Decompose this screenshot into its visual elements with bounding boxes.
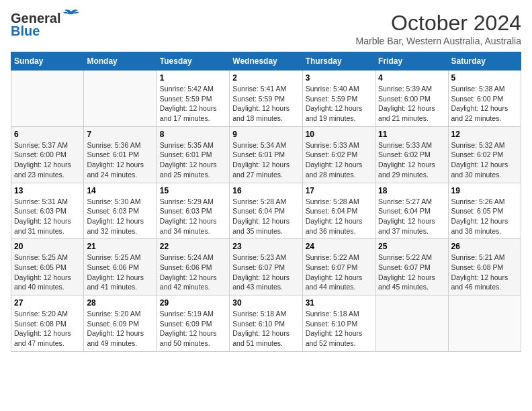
calendar-cell: 27Sunrise: 5:20 AM Sunset: 6:08 PM Dayli…: [11, 295, 84, 352]
day-info: Sunrise: 5:18 AM Sunset: 6:10 PM Dayligh…: [232, 309, 299, 349]
calendar-cell: 17Sunrise: 5:28 AM Sunset: 6:04 PM Dayli…: [302, 183, 375, 239]
day-number: 25: [378, 242, 445, 251]
day-number: 5: [451, 73, 518, 83]
calendar-cell: 31Sunrise: 5:18 AM Sunset: 6:10 PM Dayli…: [302, 295, 375, 352]
day-info: Sunrise: 5:35 AM Sunset: 6:01 PM Dayligh…: [160, 140, 226, 180]
day-info: Sunrise: 5:34 AM Sunset: 6:01 PM Dayligh…: [232, 140, 299, 180]
day-number: 21: [87, 242, 153, 251]
day-number: 19: [451, 186, 518, 195]
day-number: 1: [160, 73, 226, 83]
calendar-cell: [375, 295, 448, 352]
header-day-saturday: Saturday: [448, 52, 521, 71]
day-number: 27: [14, 298, 81, 308]
calendar-cell: [84, 71, 157, 127]
calendar-cell: 11Sunrise: 5:33 AM Sunset: 6:02 PM Dayli…: [375, 126, 448, 183]
week-row-1: 1Sunrise: 5:42 AM Sunset: 5:59 PM Daylig…: [11, 71, 521, 127]
day-info: Sunrise: 5:26 AM Sunset: 6:05 PM Dayligh…: [451, 197, 518, 236]
calendar-cell: 8Sunrise: 5:35 AM Sunset: 6:01 PM Daylig…: [157, 126, 229, 183]
calendar-cell: 22Sunrise: 5:24 AM Sunset: 6:06 PM Dayli…: [157, 239, 229, 295]
logo-blue: Blue: [11, 24, 40, 39]
calendar-cell: [448, 295, 521, 352]
calendar-cell: 7Sunrise: 5:36 AM Sunset: 6:01 PM Daylig…: [84, 126, 157, 183]
location-title: Marble Bar, Western Australia, Australia: [356, 36, 521, 46]
calendar-cell: 14Sunrise: 5:30 AM Sunset: 6:03 PM Dayli…: [84, 183, 157, 239]
day-number: 17: [306, 186, 372, 195]
day-info: Sunrise: 5:29 AM Sunset: 6:03 PM Dayligh…: [160, 197, 226, 236]
day-info: Sunrise: 5:40 AM Sunset: 5:59 PM Dayligh…: [306, 84, 372, 124]
calendar-header: SundayMondayTuesdayWednesdayThursdayFrid…: [11, 52, 521, 71]
calendar-cell: 3Sunrise: 5:40 AM Sunset: 5:59 PM Daylig…: [302, 71, 375, 127]
day-number: 28: [87, 298, 153, 308]
header-day-monday: Monday: [84, 52, 157, 71]
calendar-cell: [11, 71, 84, 127]
calendar-cell: 5Sunrise: 5:38 AM Sunset: 6:00 PM Daylig…: [448, 71, 521, 127]
day-number: 31: [306, 298, 372, 308]
calendar-cell: 23Sunrise: 5:23 AM Sunset: 6:07 PM Dayli…: [230, 239, 302, 295]
day-number: 14: [87, 186, 153, 195]
day-number: 24: [306, 242, 372, 251]
day-number: 23: [232, 242, 299, 251]
logo: General Blue: [11, 11, 81, 39]
day-info: Sunrise: 5:20 AM Sunset: 6:09 PM Dayligh…: [87, 309, 153, 349]
week-row-2: 6Sunrise: 5:37 AM Sunset: 6:00 PM Daylig…: [11, 126, 521, 183]
header-day-wednesday: Wednesday: [230, 52, 302, 71]
header-day-thursday: Thursday: [302, 52, 375, 71]
calendar-cell: 30Sunrise: 5:18 AM Sunset: 6:10 PM Dayli…: [230, 295, 302, 352]
calendar-cell: 20Sunrise: 5:25 AM Sunset: 6:05 PM Dayli…: [11, 239, 84, 295]
calendar-cell: 28Sunrise: 5:20 AM Sunset: 6:09 PM Dayli…: [84, 295, 157, 352]
day-number: 11: [378, 130, 445, 139]
day-info: Sunrise: 5:21 AM Sunset: 6:08 PM Dayligh…: [451, 253, 518, 292]
calendar-cell: 2Sunrise: 5:41 AM Sunset: 5:59 PM Daylig…: [230, 71, 302, 127]
day-info: Sunrise: 5:25 AM Sunset: 6:06 PM Dayligh…: [87, 253, 153, 292]
calendar-cell: 9Sunrise: 5:34 AM Sunset: 6:01 PM Daylig…: [230, 126, 302, 183]
day-number: 29: [160, 298, 226, 308]
header-row: SundayMondayTuesdayWednesdayThursdayFrid…: [11, 52, 521, 71]
calendar-cell: 19Sunrise: 5:26 AM Sunset: 6:05 PM Dayli…: [448, 183, 521, 239]
day-number: 22: [160, 242, 226, 251]
calendar-cell: 26Sunrise: 5:21 AM Sunset: 6:08 PM Dayli…: [448, 239, 521, 295]
header-day-tuesday: Tuesday: [157, 52, 229, 71]
day-info: Sunrise: 5:32 AM Sunset: 6:02 PM Dayligh…: [451, 140, 518, 180]
day-info: Sunrise: 5:37 AM Sunset: 6:00 PM Dayligh…: [14, 140, 81, 180]
day-info: Sunrise: 5:23 AM Sunset: 6:07 PM Dayligh…: [232, 253, 299, 292]
day-info: Sunrise: 5:41 AM Sunset: 5:59 PM Dayligh…: [232, 84, 299, 124]
week-row-3: 13Sunrise: 5:31 AM Sunset: 6:03 PM Dayli…: [11, 183, 521, 239]
calendar-cell: 18Sunrise: 5:27 AM Sunset: 6:04 PM Dayli…: [375, 183, 448, 239]
day-number: 15: [160, 186, 226, 195]
day-info: Sunrise: 5:27 AM Sunset: 6:04 PM Dayligh…: [378, 197, 445, 236]
calendar-cell: 29Sunrise: 5:19 AM Sunset: 6:09 PM Dayli…: [157, 295, 229, 352]
calendar-cell: 21Sunrise: 5:25 AM Sunset: 6:06 PM Dayli…: [84, 239, 157, 295]
day-number: 7: [87, 130, 153, 139]
title-block: October 2024 Marble Bar, Western Austral…: [356, 11, 521, 46]
day-number: 9: [232, 130, 299, 139]
calendar-table: SundayMondayTuesdayWednesdayThursdayFrid…: [11, 52, 521, 352]
day-info: Sunrise: 5:30 AM Sunset: 6:03 PM Dayligh…: [87, 197, 153, 236]
calendar-cell: 1Sunrise: 5:42 AM Sunset: 5:59 PM Daylig…: [157, 71, 229, 127]
calendar-cell: 13Sunrise: 5:31 AM Sunset: 6:03 PM Dayli…: [11, 183, 84, 239]
calendar-cell: 12Sunrise: 5:32 AM Sunset: 6:02 PM Dayli…: [448, 126, 521, 183]
day-number: 2: [232, 73, 299, 83]
calendar-cell: 4Sunrise: 5:39 AM Sunset: 6:00 PM Daylig…: [375, 71, 448, 127]
day-info: Sunrise: 5:19 AM Sunset: 6:09 PM Dayligh…: [160, 309, 226, 349]
day-number: 13: [14, 186, 81, 195]
day-info: Sunrise: 5:36 AM Sunset: 6:01 PM Dayligh…: [87, 140, 153, 180]
header-day-friday: Friday: [375, 52, 448, 71]
day-info: Sunrise: 5:24 AM Sunset: 6:06 PM Dayligh…: [160, 253, 226, 292]
logo-bird-icon: [62, 9, 81, 24]
day-info: Sunrise: 5:38 AM Sunset: 6:00 PM Dayligh…: [451, 84, 518, 124]
day-number: 10: [306, 130, 372, 139]
calendar-cell: 10Sunrise: 5:33 AM Sunset: 6:02 PM Dayli…: [302, 126, 375, 183]
day-info: Sunrise: 5:31 AM Sunset: 6:03 PM Dayligh…: [14, 197, 81, 236]
day-number: 30: [232, 298, 299, 308]
day-number: 8: [160, 130, 226, 139]
week-row-4: 20Sunrise: 5:25 AM Sunset: 6:05 PM Dayli…: [11, 239, 521, 295]
day-info: Sunrise: 5:28 AM Sunset: 6:04 PM Dayligh…: [306, 197, 372, 236]
calendar-cell: 16Sunrise: 5:28 AM Sunset: 6:04 PM Dayli…: [230, 183, 302, 239]
calendar-cell: 15Sunrise: 5:29 AM Sunset: 6:03 PM Dayli…: [157, 183, 229, 239]
day-info: Sunrise: 5:22 AM Sunset: 6:07 PM Dayligh…: [306, 253, 372, 292]
header-day-sunday: Sunday: [11, 52, 84, 71]
day-info: Sunrise: 5:28 AM Sunset: 6:04 PM Dayligh…: [232, 197, 299, 236]
day-number: 18: [378, 186, 445, 195]
calendar-body: 1Sunrise: 5:42 AM Sunset: 5:59 PM Daylig…: [11, 71, 521, 352]
day-number: 6: [14, 130, 81, 139]
